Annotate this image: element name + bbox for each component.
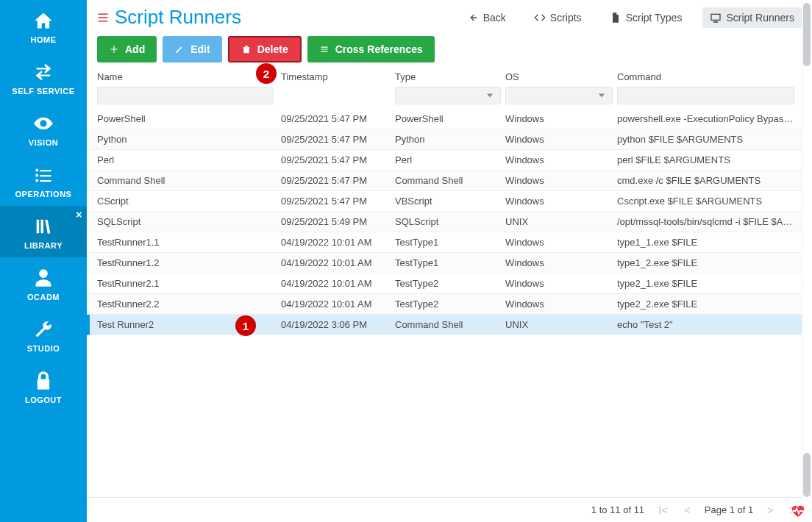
table-row[interactable]: TestRunner2.204/19/2022 10:01 AMTestType… bbox=[87, 294, 811, 315]
cell-command: type2_2.exe $FILE bbox=[617, 298, 800, 310]
btn-label: Cross References bbox=[335, 43, 423, 55]
home-icon bbox=[33, 10, 54, 31]
table-row[interactable]: SQLScript09/25/2021 5:49 PMSQLScriptUNIX… bbox=[87, 212, 811, 232]
cell-type: Command Shell bbox=[395, 319, 505, 330]
sidebar-item-library[interactable]: × LIBRARY bbox=[0, 206, 87, 257]
col-name[interactable]: Name bbox=[97, 71, 281, 82]
cell-os: Windows bbox=[505, 278, 617, 289]
sidebar-item-vision[interactable]: VISION bbox=[0, 103, 87, 154]
filter-os-select[interactable] bbox=[505, 87, 613, 104]
checklist-icon bbox=[33, 165, 54, 185]
main: Script Runners Back Scripts Script Types bbox=[87, 0, 812, 522]
cell-name: TestRunner2.1 bbox=[97, 278, 281, 289]
cell-command: /opt/mssql-tools/bin/sqlcmd -i $FILE $AR… bbox=[617, 216, 800, 227]
pager-prev[interactable]: < bbox=[682, 504, 693, 516]
cell-command: echo "Test 2" bbox=[617, 319, 800, 330]
cross-references-button[interactable]: Cross References bbox=[307, 36, 435, 62]
table-row[interactable]: TestRunner1.104/19/2022 10:01 AMTestType… bbox=[87, 232, 811, 253]
nav-label: Scripts bbox=[550, 12, 582, 24]
svg-rect-3 bbox=[711, 14, 720, 20]
table-row[interactable]: CScript09/25/2021 5:47 PMVBScriptWindows… bbox=[87, 191, 811, 212]
cell-timestamp: 04/19/2022 3:06 PM bbox=[281, 319, 395, 330]
pencil-icon bbox=[174, 44, 185, 54]
cell-timestamp: 04/19/2022 10:01 AM bbox=[281, 278, 395, 289]
cell-name: TestRunner1.2 bbox=[97, 257, 281, 268]
table-row[interactable]: Perl09/25/2021 5:47 PMPerlWindowsperl $F… bbox=[87, 150, 811, 171]
sidebar-item-home[interactable]: HOME bbox=[0, 0, 87, 51]
table-row[interactable]: PowerShell09/25/2021 5:47 PMPowerShellWi… bbox=[87, 109, 811, 129]
col-os[interactable]: OS bbox=[505, 71, 617, 82]
sidebar-item-label: HOME bbox=[31, 35, 57, 44]
add-button[interactable]: Add bbox=[97, 36, 157, 62]
cell-type: VBScript bbox=[395, 196, 505, 207]
page-header: Script Runners Back Scripts Script Types bbox=[87, 0, 812, 29]
books-icon bbox=[33, 216, 54, 237]
pager-page: Page 1 of 1 bbox=[705, 504, 754, 515]
table-row[interactable]: TestRunner1.204/19/2022 10:01 AMTestType… bbox=[87, 253, 811, 273]
cell-os: UNIX bbox=[505, 319, 617, 330]
cell-type: Python bbox=[395, 134, 505, 145]
nav-back[interactable]: Back bbox=[460, 7, 513, 28]
col-command[interactable]: Command bbox=[617, 71, 802, 82]
wrench-icon bbox=[33, 319, 54, 340]
cell-os: UNIX bbox=[505, 216, 617, 227]
sidebar-item-label: LOGOUT bbox=[25, 396, 62, 404]
close-icon[interactable]: × bbox=[76, 209, 82, 221]
code-icon bbox=[534, 12, 546, 24]
nav-script-runners[interactable]: Script Runners bbox=[702, 7, 802, 28]
cell-os: Windows bbox=[505, 257, 617, 268]
nav-script-types[interactable]: Script Types bbox=[602, 7, 690, 28]
annotation-1: 1 bbox=[235, 315, 256, 336]
sidebar-item-studio[interactable]: STUDIO bbox=[0, 309, 87, 360]
cell-name: SQLScript bbox=[97, 216, 281, 227]
col-timestamp[interactable]: Timestamp bbox=[281, 71, 395, 82]
sidebar-item-self-service[interactable]: SELF SERVICE bbox=[0, 51, 87, 103]
grid: Name Timestamp Type OS Command PowerShel… bbox=[87, 67, 812, 522]
pager-summary: 1 to 11 of 11 bbox=[591, 504, 644, 515]
table-row[interactable]: Python09/25/2021 5:47 PMPythonWindowspyt… bbox=[87, 129, 811, 150]
cell-command: cmd.exe /c $FILE $ARGUMENTS bbox=[617, 175, 800, 186]
col-type[interactable]: Type bbox=[395, 71, 505, 82]
cell-os: Windows bbox=[505, 113, 617, 124]
table-row[interactable]: Command Shell09/25/2021 5:47 PMCommand S… bbox=[87, 171, 811, 191]
btn-label: Edit bbox=[190, 43, 210, 55]
filter-type-select[interactable] bbox=[395, 87, 501, 104]
pager-first[interactable]: I< bbox=[656, 504, 670, 516]
cell-type: Command Shell bbox=[395, 175, 505, 186]
scrollbar-thumb[interactable] bbox=[803, 3, 811, 66]
pager-next[interactable]: > bbox=[765, 504, 776, 516]
chevron-down-icon bbox=[599, 94, 605, 98]
filter-command-input[interactable] bbox=[617, 87, 794, 104]
nav-scripts[interactable]: Scripts bbox=[527, 7, 589, 28]
nav-label: Script Runners bbox=[726, 12, 794, 24]
sidebar-item-logout[interactable]: LOGOUT bbox=[0, 360, 87, 412]
cell-os: Windows bbox=[505, 196, 617, 207]
cell-type: TestType1 bbox=[395, 237, 505, 248]
cell-type: PowerShell bbox=[395, 113, 505, 124]
table-row[interactable]: TestRunner2.104/19/2022 10:01 AMTestType… bbox=[87, 273, 811, 294]
sidebar-item-label: STUDIO bbox=[27, 344, 60, 353]
sidebar-item-operations[interactable]: OPERATIONS bbox=[0, 154, 87, 206]
delete-button[interactable]: Delete bbox=[228, 36, 302, 62]
page-title: Script Runners bbox=[115, 6, 241, 29]
cell-command: Cscript.exe $FILE $ARGUMENTS bbox=[617, 196, 800, 207]
cell-os: Windows bbox=[505, 237, 617, 248]
cell-name: Perl bbox=[97, 154, 281, 165]
cell-name: Python bbox=[97, 134, 281, 145]
edit-button[interactable]: Edit bbox=[163, 36, 221, 62]
sidebar-item-ocadm[interactable]: OCADM bbox=[0, 257, 87, 309]
filter-name-input[interactable] bbox=[97, 87, 274, 104]
sidebar-item-label: VISION bbox=[29, 138, 58, 147]
cell-timestamp: 04/19/2022 10:01 AM bbox=[281, 257, 395, 268]
pager: 1 to 11 of 11 I< < Page 1 of 1 > >I bbox=[87, 497, 812, 522]
cell-command: type1_2.exe $FILE bbox=[617, 257, 800, 268]
cell-timestamp: 04/19/2022 10:01 AM bbox=[281, 298, 395, 310]
scrollbar-thumb[interactable] bbox=[803, 453, 811, 497]
table-row[interactable]: Test Runner204/19/2022 3:06 PMCommand Sh… bbox=[87, 315, 811, 335]
btn-label: Delete bbox=[257, 43, 288, 55]
cell-os: Windows bbox=[505, 298, 617, 310]
grid-body[interactable]: PowerShell09/25/2021 5:47 PMPowerShellWi… bbox=[87, 109, 812, 497]
scrollbar[interactable] bbox=[802, 0, 812, 500]
menu-icon[interactable] bbox=[97, 12, 109, 24]
sidebar-item-label: SELF SERVICE bbox=[12, 87, 74, 96]
